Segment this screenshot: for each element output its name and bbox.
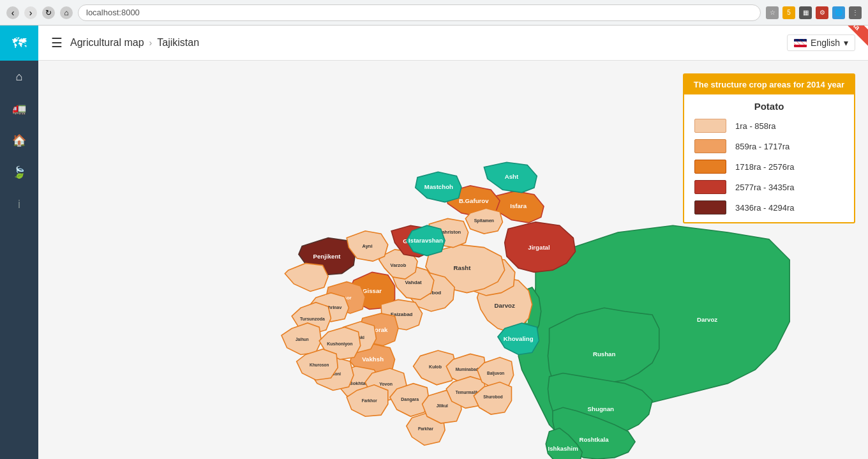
legend-item-3: 1718ra - 2576ra <box>684 156 854 177</box>
building-icon: 🏠 <box>12 133 26 147</box>
truck-icon: 🚛 <box>12 102 26 116</box>
main-content: ☰ Agricultural map › Tajikistan English … <box>38 26 868 459</box>
home-nav-button[interactable]: ⌂ <box>60 6 73 19</box>
url-text: localhost:8000 <box>86 8 140 17</box>
bookmark-icon[interactable]: ☆ <box>766 6 779 19</box>
breadcrumb-current: Tajikistan <box>157 37 199 49</box>
home-icon: ⌂ <box>16 70 23 84</box>
sidebar-item-buildings[interactable]: 🏠 <box>0 124 38 156</box>
legend-crop: Potato <box>684 94 854 116</box>
sidebar-item-vehicles[interactable]: 🚛 <box>0 93 38 124</box>
region-asht[interactable]: Asht <box>484 162 537 192</box>
region-mastchoh[interactable]: Mastchoh <box>415 172 461 202</box>
browser-chrome: ‹ › ↻ ⌂ localhost:8000 ☆ 5 ▦ ⚙ 🌐 ⋮ <box>0 0 868 26</box>
legend-label-3: 1718ra - 2576ra <box>735 162 795 172</box>
legend: The structure crop areas for 2014 year P… <box>683 73 855 223</box>
map-icon: 🗺 <box>12 35 26 52</box>
flag-icon <box>794 39 807 47</box>
sidebar-item-home[interactable]: ⌂ <box>0 61 38 93</box>
menu-dots[interactable]: ⋮ <box>849 6 862 19</box>
legend-item-2: 859ra - 1717ra <box>684 136 854 156</box>
dropdown-arrow: ▾ <box>844 38 848 48</box>
extension-icon-2[interactable]: ▦ <box>799 6 812 19</box>
legend-color-4 <box>694 180 726 194</box>
legend-item-5: 3436ra - 4294ra <box>684 197 854 222</box>
globe-icon[interactable]: 🌐 <box>832 6 845 19</box>
legend-label-5: 3436ra - 4294ra <box>735 203 795 213</box>
legend-item-4: 2577ra - 3435ra <box>684 177 854 197</box>
region-western-tip[interactable] <box>285 263 328 291</box>
sidebar-item-info[interactable]: i <box>0 188 38 220</box>
legend-color-3 <box>694 160 726 174</box>
forward-button[interactable]: › <box>24 6 37 19</box>
map-area[interactable]: The structure crop areas for 2014 year P… <box>38 61 868 459</box>
breadcrumb-separator: › <box>149 38 153 48</box>
browser-toolbar: ☆ 5 ▦ ⚙ 🌐 ⋮ <box>766 6 862 19</box>
extension-icon-1[interactable]: 5 <box>782 6 795 19</box>
leaf-icon: 🍃 <box>12 165 26 179</box>
region-jaihun[interactable]: Jaihun <box>281 323 321 354</box>
refresh-button[interactable]: ↻ <box>42 6 55 19</box>
legend-item-1: 1ra - 858ra <box>684 116 854 136</box>
legend-label-1: 1ra - 858ra <box>735 121 776 131</box>
legend-label-4: 2577ra - 3435ra <box>735 183 795 192</box>
info-icon: i <box>18 198 20 211</box>
language-label: English <box>811 38 840 48</box>
app-container: 🗺 ⌂ 🚛 🏠 🍃 i ☰ Agricultural map › Taji <box>0 26 868 459</box>
menu-button[interactable]: ☰ <box>51 35 63 50</box>
address-bar[interactable]: localhost:8000 <box>78 4 761 21</box>
language-selector[interactable]: English ▾ <box>787 34 855 51</box>
header: ☰ Agricultural map › Tajikistan English … <box>38 26 868 61</box>
sidebar-item-crops[interactable]: 🍃 <box>0 156 38 188</box>
sidebar-top: 🗺 <box>0 26 38 61</box>
sidebar: 🗺 ⌂ 🚛 🏠 🍃 i <box>0 26 38 459</box>
legend-title: The structure crop areas for 2014 year <box>684 75 854 94</box>
header-right-wrapper: English ▾ beta <box>787 34 855 51</box>
region-jirgatal[interactable]: Jirgatal <box>505 222 576 273</box>
breadcrumb-parent[interactable]: Agricultural map <box>70 37 144 49</box>
legend-label-2: 859ra - 1717ra <box>735 142 789 151</box>
legend-color-1 <box>694 119 726 133</box>
header-left: ☰ Agricultural map › Tajikistan <box>51 35 199 50</box>
back-button[interactable]: ‹ <box>6 6 19 19</box>
legend-color-2 <box>694 139 726 153</box>
legend-color-5 <box>694 200 726 214</box>
header-right: English ▾ <box>787 34 855 51</box>
extension-icon-3[interactable]: ⚙ <box>816 6 828 19</box>
breadcrumb: Agricultural map › Tajikistan <box>70 37 199 49</box>
